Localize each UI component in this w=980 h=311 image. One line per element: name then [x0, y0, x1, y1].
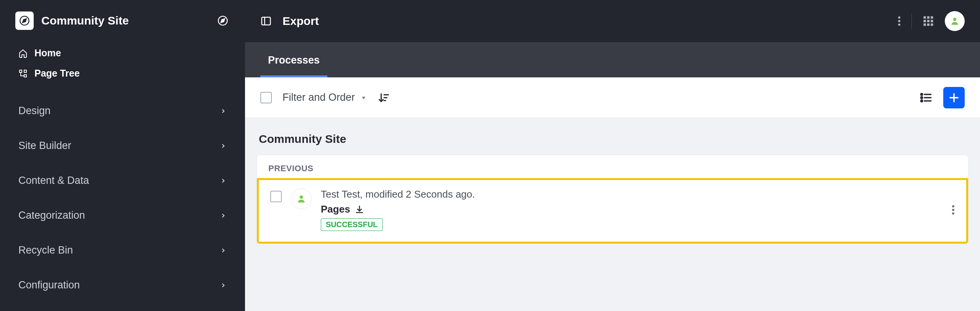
tree-icon — [18, 69, 28, 78]
svg-rect-18 — [924, 23, 926, 26]
sidebar-item-label: Home — [34, 47, 61, 59]
kebab-icon — [898, 16, 901, 26]
download-icon — [355, 205, 364, 214]
svg-point-29 — [921, 97, 923, 98]
sidebar-section-content[interactable]: Content & Data — [0, 163, 245, 198]
list-toolbar: Filter and Order — [245, 77, 980, 118]
svg-marker-22 — [362, 97, 366, 99]
select-all-checkbox[interactable] — [260, 92, 272, 103]
caret-down-icon — [360, 94, 367, 101]
row-body: Test Test, modified 2 Seconds ago. Pages… — [321, 188, 942, 231]
svg-rect-7 — [262, 17, 271, 25]
svg-point-40 — [952, 212, 954, 214]
row-meta: Test Test, modified 2 Seconds ago. — [321, 188, 942, 200]
content-area: Community Site PREVIOUS Test Test, modif… — [245, 118, 980, 255]
svg-rect-12 — [924, 16, 926, 19]
topbar-left: Export — [260, 15, 319, 28]
svg-point-21 — [953, 18, 957, 21]
svg-point-11 — [898, 23, 900, 26]
toolbar-right — [920, 87, 965, 108]
sidebar-section-configuration[interactable]: Configuration — [0, 268, 245, 303]
row-more-button[interactable] — [952, 205, 955, 215]
svg-point-10 — [898, 20, 900, 22]
compass-icon — [19, 15, 30, 26]
plus-icon — [948, 92, 960, 103]
page-title: Export — [283, 15, 319, 28]
sidebar-item-pagetree[interactable]: Page Tree — [0, 63, 245, 83]
filter-order-dropdown[interactable]: Filter and Order — [283, 92, 367, 103]
sidebar-sections: Design Site Builder Content & Data Categ… — [0, 86, 245, 303]
sidebar-section-label: Recycle Bin — [18, 244, 73, 256]
svg-rect-5 — [24, 75, 26, 77]
row-checkbox[interactable] — [270, 191, 282, 202]
process-row[interactable]: Test Test, modified 2 Seconds ago. Pages… — [257, 178, 968, 244]
context-title: Community Site — [256, 129, 969, 155]
sidebar-item-label: Page Tree — [34, 68, 80, 79]
topbar-divider — [911, 13, 912, 29]
filter-order-label: Filter and Order — [283, 92, 355, 103]
panel-icon — [260, 15, 272, 27]
svg-point-27 — [921, 93, 923, 95]
sidebar-header: Community Site — [0, 0, 245, 41]
svg-rect-16 — [927, 20, 929, 22]
chevron-right-icon — [220, 282, 227, 289]
product-menu-toggle[interactable] — [260, 15, 272, 27]
topbar-right — [898, 11, 965, 31]
chevron-right-icon — [220, 177, 227, 184]
sidebar-nav: Home Page Tree — [0, 41, 245, 86]
sort-button[interactable] — [378, 92, 389, 103]
svg-rect-20 — [931, 23, 933, 26]
svg-point-35 — [300, 195, 303, 199]
row-title: Pages — [321, 203, 350, 215]
svg-point-38 — [952, 205, 954, 207]
sidebar-section-design[interactable]: Design — [0, 93, 245, 128]
user-icon — [950, 16, 960, 26]
svg-rect-19 — [927, 23, 929, 26]
sort-icon — [378, 92, 389, 103]
process-card: PREVIOUS Test Test, modified 2 Seconds a… — [256, 155, 969, 244]
user-icon — [296, 194, 306, 204]
add-button[interactable] — [943, 87, 965, 108]
chevron-right-icon — [220, 142, 227, 149]
svg-rect-15 — [924, 20, 926, 22]
tabs-bar: Processes — [245, 42, 980, 77]
svg-rect-14 — [931, 16, 933, 19]
view-toggle-button[interactable] — [920, 91, 933, 104]
topbar-more-button[interactable] — [898, 16, 901, 26]
status-badge: SUCCESSFUL — [321, 218, 383, 231]
svg-marker-3 — [221, 19, 225, 23]
sidebar-section-label: Configuration — [18, 279, 80, 291]
svg-rect-6 — [24, 70, 26, 72]
svg-point-9 — [898, 16, 900, 19]
tab-label: Processes — [268, 54, 320, 66]
site-logo[interactable] — [15, 11, 34, 30]
sidebar-section-categorization[interactable]: Categorization — [0, 198, 245, 233]
apps-menu-button[interactable] — [923, 15, 934, 27]
row-avatar — [291, 188, 312, 209]
download-button[interactable] — [355, 205, 364, 214]
svg-point-39 — [952, 209, 954, 211]
svg-point-31 — [921, 100, 923, 101]
list-view-icon — [920, 91, 933, 104]
tab-processes[interactable]: Processes — [260, 44, 327, 77]
compass-icon — [217, 15, 228, 26]
sidebar: Community Site Home Page Tree Design Sit… — [0, 0, 245, 311]
home-icon — [18, 49, 28, 58]
sidebar-section-sitebuilder[interactable]: Site Builder — [0, 128, 245, 163]
kebab-icon — [952, 205, 955, 215]
apps-grid-icon — [923, 15, 934, 27]
main: Export Processes — [245, 0, 980, 311]
svg-marker-1 — [23, 19, 26, 23]
sidebar-item-home[interactable]: Home — [0, 43, 245, 63]
card-section-label: PREVIOUS — [257, 155, 968, 178]
sidebar-section-label: Site Builder — [18, 140, 71, 152]
sidebar-toggle[interactable] — [216, 14, 230, 28]
sidebar-section-recyclebin[interactable]: Recycle Bin — [0, 233, 245, 268]
row-title-line: Pages — [321, 203, 942, 215]
user-avatar[interactable] — [945, 11, 965, 31]
sidebar-section-label: Categorization — [18, 210, 85, 221]
site-title: Community Site — [41, 14, 208, 27]
topbar: Export — [245, 0, 980, 42]
svg-rect-4 — [20, 70, 22, 72]
svg-rect-13 — [927, 16, 929, 19]
